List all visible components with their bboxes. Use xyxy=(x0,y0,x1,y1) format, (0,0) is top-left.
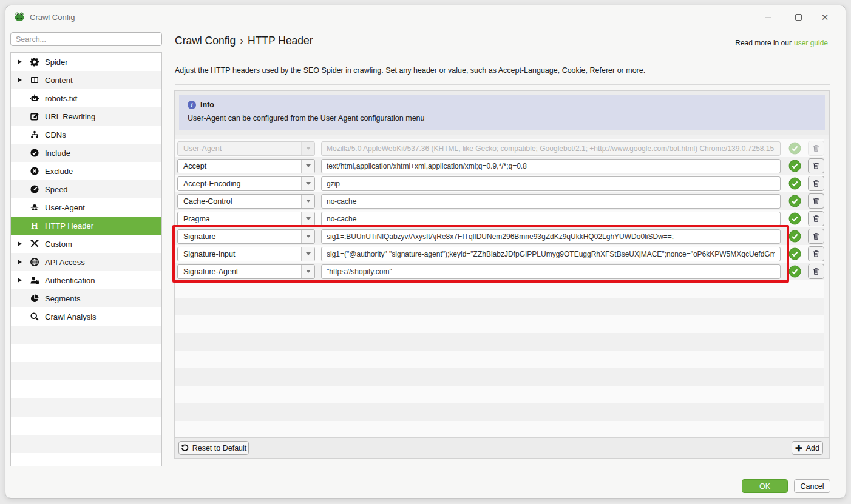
header-value-input[interactable] xyxy=(321,194,781,209)
sidebar-item-robots-txt[interactable]: robots.txt xyxy=(11,89,161,107)
sidebar-item-label: Crawl Analysis xyxy=(45,312,97,321)
sidebar-item-cdns[interactable]: CDNs xyxy=(11,126,161,144)
header-name-select[interactable]: Accept xyxy=(177,159,315,173)
sidebar-item-label: Include xyxy=(45,149,70,158)
magnifier-icon xyxy=(28,312,41,321)
delete-header-button xyxy=(808,141,824,156)
sidebar-list: SpiderContentrobots.txtURL RewritingCDNs… xyxy=(10,52,162,466)
page-description: Adjust the HTTP headers used by the SEO … xyxy=(175,66,645,75)
delete-header-button[interactable] xyxy=(808,158,824,173)
breadcrumb: Crawl Config›HTTP Header xyxy=(175,35,313,47)
header-row-signature-agent: Signature-Agent xyxy=(175,263,829,280)
user-guide-link[interactable]: user guide xyxy=(794,39,828,47)
vertical-scrollbar[interactable] xyxy=(824,139,829,437)
header-name-label: User-Agent xyxy=(178,144,301,153)
add-header-button[interactable]: ✚ Add xyxy=(792,441,823,455)
sidebar-item-crawl-analysis[interactable]: Crawl Analysis xyxy=(11,307,161,326)
header-name-label: Cache-Control xyxy=(178,197,301,206)
valid-check-icon xyxy=(788,160,801,173)
header-name-select[interactable]: Pragma xyxy=(177,212,315,226)
sidebar-item-content[interactable]: Content xyxy=(11,71,161,89)
expand-arrow-icon[interactable] xyxy=(11,78,28,82)
info-text: User-Agent can be configured from the Us… xyxy=(188,114,816,123)
network-icon xyxy=(28,130,41,139)
header-row-pragma: Pragma xyxy=(175,210,829,227)
expand-arrow-icon[interactable] xyxy=(11,260,28,264)
sidebar-item-label: robots.txt xyxy=(45,94,77,103)
minimize-icon xyxy=(765,17,771,18)
title-bar: Crawl Config ✕ xyxy=(5,5,846,29)
header-name-select[interactable]: Signature-Agent xyxy=(177,264,315,279)
plus-icon: ✚ xyxy=(795,444,802,452)
sidebar-item-url-rewriting[interactable]: URL Rewriting xyxy=(11,107,161,126)
header-row-signature: Signature xyxy=(175,227,829,245)
sidebar-item-segments[interactable]: Segments xyxy=(11,289,161,307)
header-name-select[interactable]: Cache-Control xyxy=(177,194,315,209)
delete-header-button[interactable] xyxy=(808,211,824,226)
info-title: Info xyxy=(200,101,214,109)
sidebar-item-label: Segments xyxy=(45,294,81,303)
sidebar-item-exclude[interactable]: Exclude xyxy=(11,162,161,180)
header-value-input[interactable] xyxy=(321,212,781,226)
header-row-accept: Accept xyxy=(175,157,829,175)
columns-icon xyxy=(28,75,41,85)
sidebar-item-custom[interactable]: Custom xyxy=(11,235,161,253)
header-value-input xyxy=(321,141,781,156)
header-name-select[interactable]: Signature xyxy=(177,229,315,244)
agent-icon xyxy=(28,203,41,212)
http-header-panel: i Info User-Agent can be configured from… xyxy=(174,90,830,459)
cancel-button[interactable]: Cancel xyxy=(794,479,830,493)
valid-check-icon xyxy=(788,212,801,226)
sidebar-item-speed[interactable]: Speed xyxy=(11,180,161,198)
sidebar-item-label: Authentication xyxy=(45,276,95,285)
delete-header-button[interactable] xyxy=(808,193,824,209)
edit-icon xyxy=(28,112,41,121)
header-value-input[interactable] xyxy=(321,264,781,279)
expand-arrow-icon[interactable] xyxy=(11,278,28,283)
header-value-input[interactable] xyxy=(321,159,781,173)
delete-header-button[interactable] xyxy=(808,176,824,191)
breadcrumb-separator: › xyxy=(240,35,243,47)
check-circle-icon xyxy=(28,148,41,158)
chevron-down-icon xyxy=(301,177,314,190)
expand-arrow-icon[interactable] xyxy=(11,59,28,64)
reset-to-default-button[interactable]: Reset to Default xyxy=(178,441,249,455)
minimize-button[interactable] xyxy=(756,9,780,25)
sidebar-item-label: Speed xyxy=(45,185,68,194)
sidebar-item-label: Exclude xyxy=(45,167,73,176)
header-name-select[interactable]: Accept-Encoding xyxy=(177,176,315,191)
search-input[interactable] xyxy=(10,32,162,46)
close-button[interactable]: ✕ xyxy=(813,9,837,25)
readmore-note: Read more in ouruser guide xyxy=(735,39,828,47)
header-name-label: Accept xyxy=(178,162,301,170)
ok-button[interactable]: OK xyxy=(742,479,788,493)
sidebar-item-include[interactable]: Include xyxy=(11,144,161,162)
valid-check-icon xyxy=(788,142,801,155)
header-name-select[interactable]: Signature-Input xyxy=(177,247,315,261)
delete-header-button[interactable] xyxy=(808,246,824,261)
chevron-down-icon xyxy=(301,265,314,278)
sidebar-item-user-agent[interactable]: User-Agent xyxy=(11,198,161,217)
header-name-label: Accept-Encoding xyxy=(178,180,301,188)
sidebar-item-label: API Access xyxy=(45,258,85,267)
sidebar-item-label: Custom xyxy=(45,240,72,249)
header-name-select[interactable]: User-Agent xyxy=(177,141,315,156)
header-value-input[interactable] xyxy=(321,229,781,244)
valid-check-icon xyxy=(788,195,801,208)
sidebar-item-http-header[interactable]: HHTTP Header xyxy=(11,217,161,235)
header-name-label: Signature-Agent xyxy=(178,267,301,276)
delete-header-button[interactable] xyxy=(808,229,824,244)
close-icon: ✕ xyxy=(821,13,829,22)
sidebar-item-spider[interactable]: Spider xyxy=(11,53,161,71)
reset-icon xyxy=(181,444,189,452)
delete-header-button[interactable] xyxy=(808,264,824,279)
header-value-input[interactable] xyxy=(321,247,781,261)
sidebar-item-api-access[interactable]: API Access xyxy=(11,253,161,271)
sidebar-item-authentication[interactable]: Authentication xyxy=(11,271,161,289)
tools-icon xyxy=(28,239,41,249)
chevron-down-icon xyxy=(301,212,314,226)
chevron-down-icon xyxy=(301,142,314,155)
header-value-input[interactable] xyxy=(321,176,781,191)
expand-arrow-icon[interactable] xyxy=(11,241,28,246)
maximize-button[interactable] xyxy=(786,9,810,25)
